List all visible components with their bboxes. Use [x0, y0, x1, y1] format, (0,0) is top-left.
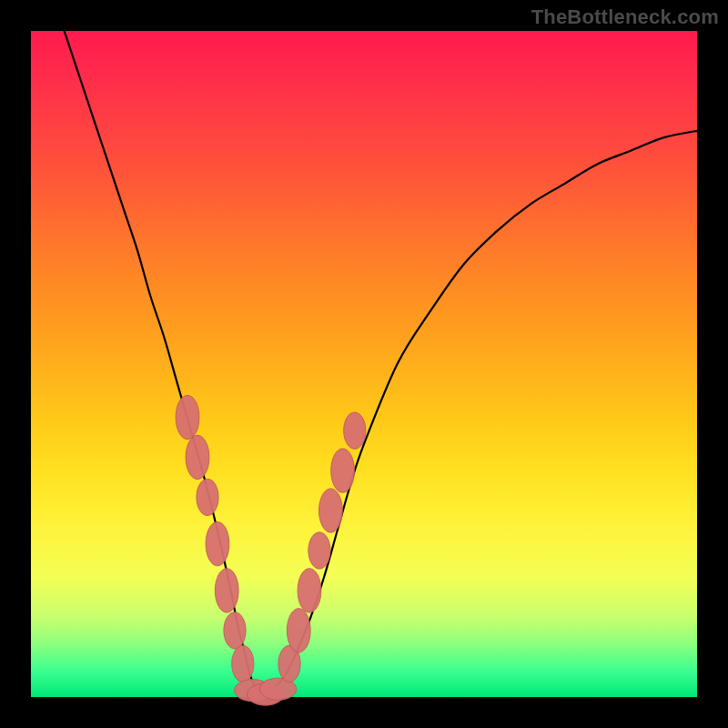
- marker-right: [308, 532, 330, 569]
- marker-left: [215, 569, 238, 612]
- watermark-text: TheBottleneck.com: [531, 5, 719, 29]
- chart-svg: [31, 31, 697, 697]
- marker-right: [287, 609, 310, 652]
- plot-area: [31, 31, 697, 697]
- marker-left: [186, 435, 209, 479]
- marker-group: [176, 395, 366, 705]
- bottleneck-curve: [65, 31, 697, 697]
- marker-left: [224, 612, 246, 649]
- marker-right: [331, 449, 355, 492]
- marker-right: [298, 569, 321, 612]
- chart-frame: TheBottleneck.com: [0, 0, 728, 728]
- marker-left: [232, 645, 254, 682]
- marker-left: [176, 395, 199, 439]
- marker-right: [319, 489, 343, 532]
- marker-left: [197, 479, 218, 515]
- marker-left: [206, 521, 229, 565]
- marker-right: [344, 412, 366, 449]
